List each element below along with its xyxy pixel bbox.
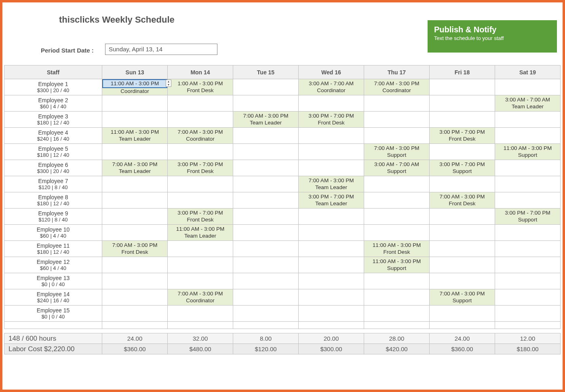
shift[interactable]: 11:00 AM - 3:00 PMFront Desk	[364, 241, 429, 257]
shift-cell[interactable]	[430, 257, 495, 273]
shift-cell[interactable]	[233, 160, 299, 176]
shift-cell[interactable]: 11:00 AM - 3:00 PM▲▼Coordinator	[102, 79, 168, 95]
employee-cell[interactable]: Employee 9$120 | 8 / 40	[4, 209, 102, 225]
shift-cell[interactable]	[233, 306, 299, 322]
period-start-input[interactable]: Sunday, April 13, 14	[105, 44, 217, 55]
shift[interactable]: 7:00 AM - 3:00 PMTeam Leader	[299, 176, 364, 192]
shift-cell[interactable]	[233, 192, 299, 209]
shift-cell[interactable]: 3:00 AM - 7:00 AMSupport	[364, 160, 430, 176]
shift[interactable]: 3:00 PM - 7:00 PMFront Desk	[299, 112, 364, 127]
shift-cell[interactable]	[299, 95, 364, 112]
shift[interactable]: 11:00 AM - 3:00 PMTeam Leader	[168, 225, 233, 240]
shift-cell[interactable]	[233, 79, 299, 95]
shift-cell[interactable]	[102, 144, 168, 160]
shift-cell[interactable]	[168, 257, 233, 273]
shift-cell[interactable]: 7:00 AM - 3:00 PMFront Desk	[102, 241, 168, 257]
shift[interactable]: 7:00 AM - 3:00 PMFront Desk	[430, 192, 495, 208]
shift[interactable]: 7:00 AM - 3:00 PMFront Desk	[102, 241, 167, 257]
shift-cell[interactable]	[233, 128, 299, 144]
shift-cell[interactable]	[102, 209, 168, 225]
shift-cell[interactable]: 3:00 PM - 7:00 PMTeam Leader	[299, 192, 364, 209]
shift-cell[interactable]	[495, 225, 561, 241]
shift-cell[interactable]: 11:00 AM - 3:00 PMTeam Leader	[168, 225, 233, 241]
shift-cell[interactable]	[299, 144, 364, 160]
shift-cell[interactable]	[430, 209, 495, 225]
shift-cell[interactable]: 3:00 PM - 7:00 PMFront Desk	[168, 160, 233, 176]
shift-cell[interactable]	[168, 273, 233, 289]
shift-cell[interactable]	[168, 112, 233, 128]
shift-cell[interactable]	[168, 192, 233, 209]
shift-cell[interactable]	[364, 95, 430, 112]
shift-cell[interactable]	[233, 289, 299, 306]
shift-cell[interactable]	[168, 241, 233, 257]
shift-cell[interactable]	[102, 112, 168, 128]
shift-cell[interactable]: 3:00 PM - 7:00 PMFront Desk	[168, 209, 233, 225]
shift-cell[interactable]	[102, 273, 168, 289]
shift[interactable]: 3:00 PM - 7:00 PMTeam Leader	[299, 192, 364, 208]
shift-cell[interactable]	[364, 192, 430, 209]
shift-cell[interactable]	[102, 257, 168, 273]
shift-cell[interactable]	[364, 225, 430, 241]
shift-cell[interactable]	[364, 176, 430, 192]
shift[interactable]: 1:00 AM - 3:00 PMFront Desk	[168, 79, 233, 95]
shift-cell[interactable]	[364, 306, 430, 322]
shift-cell[interactable]	[299, 241, 364, 257]
shift-cell[interactable]	[430, 176, 495, 192]
shift-cell[interactable]	[299, 306, 364, 322]
employee-cell[interactable]: Employee 15$0 | 0 / 40	[4, 306, 102, 322]
shift-cell[interactable]	[364, 273, 430, 289]
employee-cell[interactable]: Employee 4$240 | 16 / 40	[4, 128, 102, 144]
shift-cell[interactable]	[168, 176, 233, 192]
shift-cell[interactable]	[430, 273, 495, 289]
shift-cell[interactable]: 11:00 AM - 3:00 PMSupport	[364, 257, 430, 273]
publish-notify-button[interactable]: Publish & Notify Text the schedule to yo…	[428, 20, 557, 53]
shift[interactable]: 7:00 AM - 3:00 PMSupport	[364, 144, 429, 160]
time-stepper-icon[interactable]: ▲▼	[166, 80, 171, 87]
shift-cell[interactable]: 7:00 AM - 3:00 PMSupport	[430, 289, 495, 306]
employee-cell[interactable]: Employee 3$180 | 12 / 40	[4, 112, 102, 128]
shift-cell[interactable]	[299, 225, 364, 241]
shift-cell[interactable]	[495, 112, 561, 128]
shift-cell[interactable]	[430, 95, 495, 112]
shift-cell[interactable]: 3:00 PM - 7:00 PMSupport	[495, 209, 561, 225]
shift-cell[interactable]: 11:00 AM - 3:00 PMFront Desk	[364, 241, 430, 257]
shift-cell[interactable]	[102, 176, 168, 192]
shift-cell[interactable]: 3:00 PM - 7:00 PMSupport	[430, 160, 495, 176]
shift-cell[interactable]	[495, 192, 561, 209]
employee-cell[interactable]: Employee 12$60 | 4 / 40	[4, 257, 102, 273]
shift-cell[interactable]: 7:00 AM - 3:00 PMTeam Leader	[299, 176, 364, 192]
shift-cell[interactable]: 7:00 AM - 3:00 PMFront Desk	[430, 192, 495, 209]
employee-cell[interactable]: Employee 13$0 | 0 / 40	[4, 273, 102, 289]
employee-cell[interactable]: Employee 1$300 | 20 / 40	[4, 79, 102, 95]
shift-cell[interactable]	[495, 306, 561, 322]
shift-cell[interactable]: 3:00 PM - 7:00 PMFront Desk	[430, 128, 495, 144]
employee-cell[interactable]: Employee 8$180 | 12 / 40	[4, 192, 102, 209]
shift-cell[interactable]	[495, 176, 561, 192]
shift[interactable]: 11:00 AM - 3:00 PMSupport	[364, 257, 429, 273]
shift-cell[interactable]: 7:00 AM - 3:00 PMCoordinator	[168, 289, 233, 306]
shift-cell[interactable]	[233, 273, 299, 289]
shift[interactable]: 3:00 PM - 7:00 PMSupport	[430, 160, 495, 176]
shift[interactable]: 3:00 AM - 7:00 AMCoordinator	[299, 79, 364, 95]
shift-cell[interactable]: 7:00 AM - 3:00 PMCoordinator	[364, 79, 430, 95]
shift[interactable]: 7:00 AM - 3:00 PMSupport	[430, 289, 495, 305]
employee-cell[interactable]: Employee 14$240 | 16 / 40	[4, 289, 102, 306]
shift-cell[interactable]	[299, 128, 364, 144]
shift-cell[interactable]	[430, 225, 495, 241]
shift-cell[interactable]	[495, 257, 561, 273]
shift-cell[interactable]	[430, 306, 495, 322]
shift[interactable]: 3:00 AM - 7:00 AMTeam Leader	[495, 95, 560, 111]
shift-cell[interactable]	[102, 95, 168, 112]
shift-cell[interactable]	[495, 79, 561, 95]
shift-cell[interactable]: 7:00 AM - 3:00 PMTeam Leader	[233, 112, 299, 128]
shift[interactable]: 7:00 AM - 3:00 PMCoordinator	[364, 79, 429, 95]
employee-cell[interactable]: Employee 10$60 | 4 / 40	[4, 225, 102, 241]
shift-cell[interactable]	[430, 79, 495, 95]
shift-cell[interactable]	[168, 144, 233, 160]
employee-cell[interactable]: Employee 6$300 | 20 / 40	[4, 160, 102, 176]
shift-cell[interactable]	[495, 241, 561, 257]
shift[interactable]: 7:00 AM - 3:00 PMCoordinator	[168, 289, 233, 305]
shift-cell[interactable]	[430, 112, 495, 128]
shift-cell[interactable]	[233, 176, 299, 192]
shift-cell[interactable]	[233, 225, 299, 241]
